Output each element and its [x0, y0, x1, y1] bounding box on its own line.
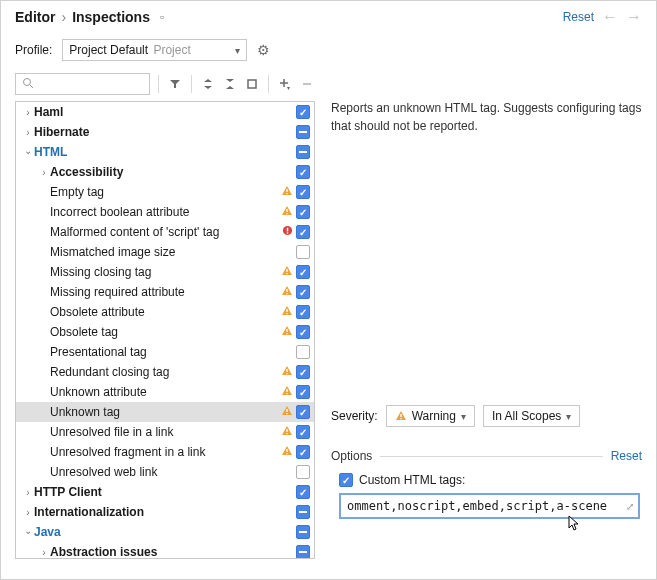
inspection-checkbox[interactable] — [296, 205, 310, 219]
inspection-description: Reports an unknown HTML tag. Suggests co… — [331, 99, 642, 135]
inspection-checkbox[interactable] — [296, 165, 310, 179]
inspection-checkbox[interactable] — [296, 325, 310, 339]
svg-rect-14 — [287, 232, 288, 233]
tree-row[interactable]: Mismatched image size — [16, 242, 314, 262]
tree-row[interactable]: ›Internationalization — [16, 502, 314, 522]
tree-row[interactable]: Obsolete attribute — [16, 302, 314, 322]
svg-rect-15 — [286, 269, 287, 272]
inspection-checkbox[interactable] — [296, 385, 310, 399]
svg-rect-21 — [286, 329, 287, 332]
tree-row[interactable]: Unresolved web link — [16, 462, 314, 482]
chevron-right-icon[interactable]: › — [38, 547, 50, 558]
custom-tags-checkbox[interactable] — [339, 473, 353, 487]
inspection-checkbox[interactable] — [296, 285, 310, 299]
tree-row[interactable]: Redundant closing tag — [16, 362, 314, 382]
expand-all-icon[interactable] — [200, 76, 216, 92]
error-icon — [282, 225, 293, 239]
tree-row[interactable]: ›Hibernate — [16, 122, 314, 142]
collapse-icon[interactable]: ▫ — [160, 10, 164, 24]
options-title: Options — [331, 449, 372, 463]
collapse-all-icon[interactable] — [222, 76, 238, 92]
svg-rect-26 — [286, 393, 287, 394]
chevron-right-icon[interactable]: › — [22, 127, 34, 138]
custom-tags-input[interactable]: omment,noscript,embed,script,a-scene ⤢ — [339, 493, 640, 519]
tree-row[interactable]: Unresolved file in a link — [16, 422, 314, 442]
tree-row[interactable]: ›Haml — [16, 102, 314, 122]
tree-label: HTML — [34, 145, 270, 159]
tree-row[interactable]: Unresolved fragment in a link — [16, 442, 314, 462]
tree-label: Mismatched image size — [50, 245, 270, 259]
tree-row[interactable]: Malformed content of 'script' tag — [16, 222, 314, 242]
tree-row[interactable]: Unknown tag — [16, 402, 314, 422]
tree-row[interactable]: ›Accessibility — [16, 162, 314, 182]
breadcrumb-editor[interactable]: Editor — [15, 9, 55, 25]
gear-icon[interactable]: ⚙ — [257, 42, 270, 58]
tree-label: Unknown attribute — [50, 385, 270, 399]
profile-select[interactable]: Project Default Project ▾ — [62, 39, 247, 61]
chevron-down-icon: ▾ — [566, 411, 571, 422]
inspection-tree[interactable]: ›Haml›Hibernate⌄HTML›AccessibilityEmpty … — [15, 101, 315, 559]
scope-select[interactable]: In All Scopes ▾ — [483, 405, 580, 427]
inspection-checkbox[interactable] — [296, 225, 310, 239]
options-reset[interactable]: Reset — [611, 449, 642, 463]
tree-label: Internationalization — [34, 505, 270, 519]
inspection-checkbox[interactable] — [296, 425, 310, 439]
tree-row[interactable]: ⌄HTML — [16, 142, 314, 162]
chevron-down-icon[interactable]: ⌄ — [22, 145, 34, 156]
tree-row[interactable]: Unknown attribute — [16, 382, 314, 402]
inspection-checkbox[interactable] — [296, 305, 310, 319]
tree-label: HTTP Client — [34, 485, 270, 499]
inspection-checkbox[interactable] — [296, 185, 310, 199]
remove-icon[interactable] — [299, 76, 315, 92]
svg-rect-19 — [286, 309, 287, 312]
warning-icon — [281, 285, 293, 300]
severity-select[interactable]: Warning ▾ — [386, 405, 475, 427]
add-icon[interactable]: ▾ — [277, 76, 293, 92]
inspection-checkbox[interactable] — [296, 485, 310, 499]
tree-label: Presentational tag — [50, 345, 270, 359]
tree-row[interactable]: Missing required attribute — [16, 282, 314, 302]
svg-rect-24 — [286, 373, 287, 374]
tree-label: Obsolete attribute — [50, 305, 270, 319]
expand-icon[interactable]: ⤢ — [626, 501, 634, 512]
custom-tags-label: Custom HTML tags: — [359, 473, 465, 487]
tree-row[interactable]: Obsolete tag — [16, 322, 314, 342]
inspection-checkbox[interactable] — [296, 345, 310, 359]
tree-row[interactable]: Presentational tag — [16, 342, 314, 362]
tree-label: Hibernate — [34, 125, 270, 139]
inspection-checkbox[interactable] — [296, 265, 310, 279]
tree-label: Obsolete tag — [50, 325, 270, 339]
warning-icon — [281, 305, 293, 320]
inspection-checkbox[interactable] — [296, 545, 310, 559]
reset-default-icon[interactable] — [244, 76, 260, 92]
chevron-right-icon[interactable]: › — [22, 487, 34, 498]
reset-button[interactable]: Reset — [563, 10, 594, 24]
search-icon — [22, 77, 34, 92]
search-input[interactable] — [15, 73, 150, 95]
chevron-right-icon[interactable]: › — [22, 107, 34, 118]
inspection-checkbox[interactable] — [296, 465, 310, 479]
filter-icon[interactable] — [167, 76, 183, 92]
warning-icon — [281, 365, 293, 380]
tree-row[interactable]: ›HTTP Client — [16, 482, 314, 502]
chevron-down-icon[interactable]: ⌄ — [22, 525, 34, 536]
inspection-checkbox[interactable] — [296, 125, 310, 139]
inspection-checkbox[interactable] — [296, 245, 310, 259]
tree-row[interactable]: ⌄Java — [16, 522, 314, 542]
chevron-right-icon[interactable]: › — [38, 167, 50, 178]
inspection-checkbox[interactable] — [296, 445, 310, 459]
chevron-right-icon[interactable]: › — [22, 507, 34, 518]
inspection-checkbox[interactable] — [296, 105, 310, 119]
svg-rect-23 — [286, 369, 287, 372]
tree-row[interactable]: ›Abstraction issues — [16, 542, 314, 559]
inspection-checkbox[interactable] — [296, 145, 310, 159]
inspection-checkbox[interactable] — [296, 365, 310, 379]
svg-line-1 — [30, 85, 33, 88]
inspection-checkbox[interactable] — [296, 405, 310, 419]
inspection-checkbox[interactable] — [296, 525, 310, 539]
inspection-checkbox[interactable] — [296, 505, 310, 519]
tree-row[interactable]: Empty tag — [16, 182, 314, 202]
tree-row[interactable]: Incorrect boolean attribute — [16, 202, 314, 222]
tree-row[interactable]: Missing closing tag — [16, 262, 314, 282]
tree-label: Missing required attribute — [50, 285, 270, 299]
